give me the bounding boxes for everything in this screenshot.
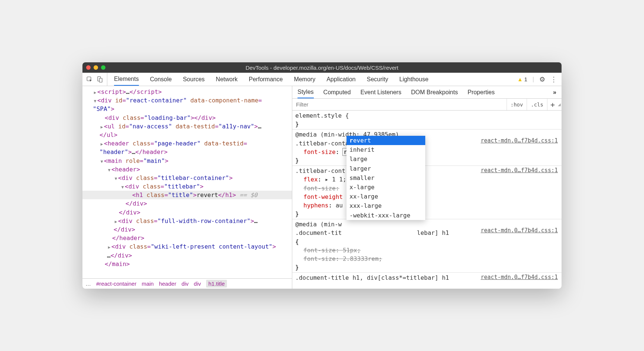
- minimize-icon[interactable]: [94, 65, 98, 70]
- breadcrumbs[interactable]: … #react-container main header div div h…: [82, 278, 292, 289]
- main-toolbar: Elements Console Sources Network Perform…: [82, 73, 562, 86]
- breadcrumb-item[interactable]: #react-container: [96, 281, 136, 287]
- warning-icon: ▲: [517, 76, 523, 82]
- tab-network[interactable]: Network: [216, 73, 238, 86]
- hov-button[interactable]: :hov: [507, 99, 527, 110]
- opt-rest: evert: [353, 137, 371, 144]
- tab-properties[interactable]: Properties: [468, 86, 495, 98]
- tab-sources[interactable]: Sources: [183, 73, 205, 86]
- autocomplete-option[interactable]: xxx-large: [347, 201, 425, 210]
- tab-lighthouse[interactable]: Lighthouse: [399, 73, 428, 86]
- filter-input[interactable]: [292, 101, 507, 108]
- tab-memory[interactable]: Memory: [294, 73, 315, 86]
- source-link[interactable]: react-mdn.0…f7b4d.css:1: [481, 137, 558, 145]
- tab-event-listeners[interactable]: Event Listeners: [360, 86, 401, 98]
- rule-selector[interactable]: element.style {: [295, 111, 559, 120]
- dom-node-close[interactable]: …</div>: [82, 251, 292, 260]
- styles-tabs: Styles Computed Event Listeners DOM Brea…: [292, 86, 562, 99]
- dom-node-close[interactable]: </ul>: [82, 131, 292, 139]
- breadcrumb-item[interactable]: main: [142, 281, 154, 287]
- breadcrumb-item[interactable]: header: [159, 281, 176, 287]
- toolbar-right: ▲1 | ⚙ ⋮: [513, 75, 562, 83]
- dom-node[interactable]: ▶<header class="page-header" data-testid…: [82, 139, 292, 148]
- devtools-window: DevTools - developer.mozilla.org/en-US/d…: [82, 62, 562, 289]
- dom-node-close[interactable]: </div>: [82, 225, 292, 234]
- style-rule[interactable]: react-mdn.0…f7b4d.css:1 @media (min-w .d…: [292, 219, 562, 273]
- tab-console[interactable]: Console: [150, 73, 172, 86]
- styles-panel: Styles Computed Event Listeners DOM Brea…: [292, 86, 562, 289]
- settings-icon[interactable]: ⚙: [539, 75, 545, 83]
- filter-bar: :hov .cls + ◢: [292, 99, 562, 111]
- dom-node-close[interactable]: </div>: [82, 208, 292, 217]
- more-icon[interactable]: ⋮: [550, 75, 557, 83]
- dom-node[interactable]: ▼<div class="titlebar-container">: [82, 174, 292, 182]
- autocomplete-option[interactable]: large: [347, 154, 425, 164]
- breadcrumb-item[interactable]: div: [194, 281, 201, 287]
- resize-corner-icon: ◢: [558, 102, 562, 106]
- tab-styles[interactable]: Styles: [297, 86, 314, 98]
- dom-node-cont[interactable]: "header">…</header>: [82, 148, 292, 156]
- dom-node[interactable]: ▼<main role="main">: [82, 157, 292, 165]
- dom-node[interactable]: ▼<div id="react-container" data-componen…: [82, 96, 292, 105]
- dom-node[interactable]: ▶<ul id="nav-access" data-testid="a11y-n…: [82, 122, 292, 131]
- toolbar-icons: [82, 73, 107, 86]
- autocomplete-option[interactable]: larger: [347, 164, 425, 173]
- elements-panel: ▶<script>…</script> ▼<div id="react-cont…: [82, 86, 292, 289]
- tab-dom-breakpoints[interactable]: DOM Breakpoints: [411, 86, 458, 98]
- dom-node-close[interactable]: </div>: [82, 199, 292, 208]
- css-property[interactable]: flex: ▸ 1 1;: [295, 175, 559, 184]
- css-property[interactable]: font-size: 51px;: [295, 246, 559, 255]
- source-link[interactable]: react-mdn.0…f7b4d.css:1: [481, 167, 558, 175]
- close-icon[interactable]: [86, 65, 91, 70]
- dom-node[interactable]: ▼<div class="titlebar">: [82, 182, 292, 191]
- dom-node-close[interactable]: </header>: [82, 234, 292, 242]
- maximize-icon[interactable]: [101, 65, 105, 70]
- tab-computed[interactable]: Computed: [323, 86, 351, 98]
- autocomplete-popup[interactable]: revert inherit large larger smaller x-la…: [347, 136, 425, 220]
- more-tabs-icon[interactable]: »: [553, 86, 556, 98]
- css-property[interactable]: font-size: revert;: [295, 148, 559, 156]
- css-property[interactable]: font-weight: [295, 193, 559, 201]
- dom-node-close[interactable]: </main>: [82, 260, 292, 268]
- tab-performance[interactable]: Performance: [249, 73, 283, 86]
- style-rule[interactable]: react-mdn.0…f7b4d.css:1 @media (min-widt…: [292, 129, 562, 166]
- tab-application[interactable]: Application: [326, 73, 355, 86]
- dom-node[interactable]: ▶<div class="wiki-left-present content-l…: [82, 242, 292, 251]
- traffic-lights: [86, 65, 105, 70]
- autocomplete-option[interactable]: -webkit-xxx-large: [347, 211, 425, 220]
- breadcrumb-item[interactable]: h1.title: [206, 280, 227, 288]
- css-property[interactable]: font-size: 2.83333rem;: [295, 255, 559, 263]
- style-rule[interactable]: react-mdn.0…f7b4d.css:1 .titlebar-cont f…: [292, 166, 562, 219]
- breadcrumb-item[interactable]: …: [85, 281, 91, 287]
- autocomplete-option[interactable]: inherit: [347, 145, 425, 154]
- warnings-badge[interactable]: ▲1: [517, 76, 527, 82]
- css-property[interactable]: font-size:: [295, 184, 559, 193]
- dom-node[interactable]: ▶<script>…</script>: [82, 88, 292, 96]
- dom-node[interactable]: ▶<div class="full-width-row-container">…: [82, 217, 292, 225]
- css-property[interactable]: hyphens: au: [295, 201, 559, 210]
- window-titlebar: DevTools - developer.mozilla.org/en-US/d…: [82, 62, 562, 73]
- cls-button[interactable]: .cls: [527, 99, 547, 110]
- style-rule[interactable]: react-mdn.0…f7b4d.css:1 .document-title …: [292, 273, 562, 283]
- window-title: DevTools - developer.mozilla.org/en-US/d…: [245, 65, 399, 71]
- dom-tree[interactable]: ▶<script>…</script> ▼<div id="react-cont…: [82, 86, 292, 278]
- inspect-icon[interactable]: [86, 76, 93, 83]
- autocomplete-option[interactable]: revert: [347, 136, 425, 145]
- device-icon[interactable]: [97, 76, 103, 83]
- breadcrumb-item[interactable]: div: [182, 281, 189, 287]
- dom-node[interactable]: ▼<header>: [82, 165, 292, 174]
- styles-rules[interactable]: element.style { } react-mdn.0…f7b4d.css:…: [292, 111, 562, 289]
- dom-node-cont[interactable]: "SPA">: [82, 105, 292, 113]
- dom-node-selected[interactable]: <h1 class="title">revert</h1> == $0: [82, 191, 292, 199]
- autocomplete-option[interactable]: x-large: [347, 183, 425, 192]
- source-link[interactable]: react-mdn.0…f7b4d.css:1: [481, 273, 558, 282]
- tab-elements[interactable]: Elements: [114, 73, 139, 86]
- svg-rect-2: [100, 78, 103, 82]
- style-rule[interactable]: element.style { }: [292, 111, 562, 129]
- dom-node[interactable]: <div class="loading-bar"></div>: [82, 114, 292, 122]
- autocomplete-option[interactable]: xx-large: [347, 192, 425, 201]
- source-link[interactable]: react-mdn.0…f7b4d.css:1: [481, 227, 558, 235]
- autocomplete-option[interactable]: smaller: [347, 173, 425, 183]
- new-rule-button[interactable]: +: [547, 99, 558, 110]
- tab-security[interactable]: Security: [367, 73, 388, 86]
